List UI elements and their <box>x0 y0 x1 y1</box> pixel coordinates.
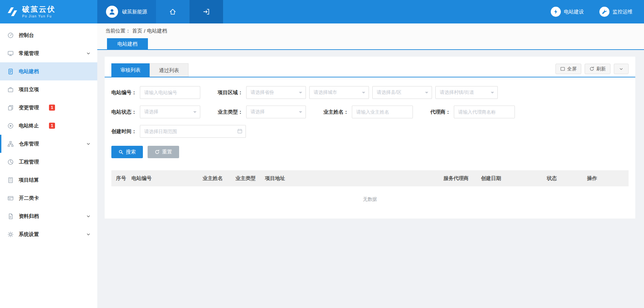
station-status-label: 电站状态： <box>111 109 137 115</box>
create-time-label: 创建时间： <box>111 128 137 135</box>
station-no-input[interactable] <box>140 86 200 99</box>
owner-type-select[interactable]: 请选择 <box>246 106 306 118</box>
caret-down-icon <box>299 92 302 95</box>
owner-type-value: 请选择 <box>251 109 265 115</box>
dashboard-icon <box>7 32 14 39</box>
home-icon <box>169 8 176 15</box>
province-select[interactable]: 请选择省份 <box>246 86 306 99</box>
sidebar-item-console[interactable]: 控制台 <box>0 26 97 44</box>
sidebar-item-label: 项目立项 <box>19 86 39 93</box>
owner-name-input[interactable] <box>352 106 413 118</box>
logout-button[interactable] <box>190 0 223 23</box>
sidebar-item-warehouse-management[interactable]: 仓库管理 <box>0 135 97 153</box>
topbar: 当前位置： 首页 / 电站建档 电站建档 <box>97 23 644 50</box>
breadcrumb-separator: / <box>144 28 145 34</box>
copy-icon <box>7 105 14 111</box>
sidebar-item-project-initiation[interactable]: 项目立项 <box>0 80 97 99</box>
chevron-down-icon <box>619 67 624 71</box>
tab-review-list[interactable]: 审核列表 <box>111 63 150 77</box>
chevron-down-icon <box>86 214 91 219</box>
nav-monitor-ops-label: 监控运维 <box>612 9 633 15</box>
breadcrumb-current: 电站建档 <box>147 28 167 34</box>
table-header-cell: 业主类型 <box>235 175 265 182</box>
avatar-icon <box>106 6 118 18</box>
station-status-value: 请选择 <box>144 109 158 115</box>
county-select-value: 请选择县/区 <box>377 89 401 96</box>
document-icon <box>7 68 14 75</box>
search-icon <box>118 149 123 155</box>
sidebar-item-data-archive[interactable]: 资料归档 <box>0 207 97 225</box>
region-label: 项目区域： <box>218 89 243 96</box>
county-select[interactable]: 请选择县/区 <box>372 86 432 99</box>
search-button[interactable]: 搜索 <box>111 146 143 158</box>
sidebar: 控制台 常规管理 电站建档 项目立项 <box>0 23 97 308</box>
table-header-cell: 项目地址 <box>265 175 443 182</box>
content-panel: 审核列表 通过列表 全屏 <box>105 57 635 219</box>
pie-icon <box>7 159 14 165</box>
agent-label: 代理商： <box>430 109 450 115</box>
home-button[interactable] <box>156 0 190 23</box>
breadcrumb-home[interactable]: 首页 <box>132 28 142 34</box>
gear-icon <box>7 231 14 238</box>
calculator-icon <box>7 177 14 183</box>
agent-input[interactable] <box>454 106 515 118</box>
refresh-label: 刷新 <box>596 66 606 72</box>
user-menu[interactable]: 破茧新能源 <box>97 0 156 23</box>
change-management-badge: 1 <box>49 105 55 111</box>
logout-icon <box>203 8 210 15</box>
sidebar-item-system-settings[interactable]: 系统设置 <box>0 225 97 243</box>
main-content: 当前位置： 首页 / 电站建档 电站建档 审核列表 通过列表 <box>97 23 644 308</box>
province-select-value: 请选择省份 <box>251 89 274 96</box>
sidebar-item-label: 控制台 <box>19 32 34 39</box>
stop-icon <box>7 123 14 129</box>
sidebar-item-label: 资料归档 <box>19 213 39 220</box>
sidebar-item-station-archive[interactable]: 电站建档 <box>0 62 97 80</box>
logo-subtitle: Po Jian Yun Fu <box>22 14 56 18</box>
sidebar-item-station-termination[interactable]: 电站终止 1 <box>0 117 97 135</box>
table-header-row: 序号 电站编号 业主姓名 业主类型 项目地址 服务代理商 创建日期 状态 操作 <box>111 170 629 186</box>
date-range-input[interactable] <box>140 125 246 138</box>
fullscreen-button[interactable]: 全屏 <box>555 64 581 74</box>
nav-monitor-ops[interactable]: 监控运维 <box>599 7 633 17</box>
sidebar-item-label: 项目结算 <box>19 177 39 183</box>
brand-logo[interactable]: 破茧云伏 Po Jian Yun Fu <box>0 0 97 23</box>
city-select[interactable]: 请选择城市 <box>309 86 369 99</box>
fullscreen-label: 全屏 <box>567 66 577 72</box>
panel-tabs: 审核列表 通过列表 <box>111 63 189 77</box>
chevron-down-icon <box>86 142 91 146</box>
refresh-icon <box>589 66 594 71</box>
tab-passed-list[interactable]: 通过列表 <box>150 63 189 77</box>
station-termination-badge: 1 <box>49 123 55 129</box>
station-status-select[interactable]: 请选择 <box>140 106 200 118</box>
sidebar-item-label: 变更管理 <box>19 105 39 111</box>
caret-down-icon <box>362 92 365 95</box>
card-icon <box>7 195 14 201</box>
page-tab-station-archive[interactable]: 电站建档 <box>107 38 148 49</box>
breadcrumb-prefix: 当前位置： <box>105 28 130 34</box>
sidebar-item-project-settlement[interactable]: 项目结算 <box>0 171 97 189</box>
sidebar-item-type2-card[interactable]: 开二类卡 <box>0 189 97 207</box>
archive-icon <box>7 213 14 220</box>
reset-button[interactable]: 重置 <box>148 146 179 158</box>
sitemap-icon <box>7 141 14 147</box>
monitor-icon <box>7 50 14 57</box>
fullscreen-icon <box>560 66 565 71</box>
city-select-value: 请选择城市 <box>314 89 337 96</box>
station-no-label: 电站编号： <box>111 89 137 96</box>
caret-down-icon <box>193 111 197 115</box>
sidebar-item-engineering-management[interactable]: 工程管理 <box>0 153 97 171</box>
collapse-filters-button[interactable] <box>614 64 629 74</box>
chevron-down-icon <box>86 51 91 56</box>
nav-station-build[interactable]: 电站建设 <box>551 7 584 17</box>
sidebar-item-general-management[interactable]: 常规管理 <box>0 44 97 62</box>
sidebar-item-change-management[interactable]: 变更管理 1 <box>0 99 97 117</box>
top-header: 破茧云伏 Po Jian Yun Fu 破茧新能源 <box>0 0 644 23</box>
refresh-button[interactable]: 刷新 <box>585 64 610 74</box>
town-select[interactable]: 请选择村镇/街道 <box>435 86 498 99</box>
nav-station-build-label: 电站建设 <box>564 9 584 15</box>
sidebar-item-label: 电站建档 <box>19 68 39 75</box>
table-header-cell: 电站编号 <box>131 175 203 182</box>
table-header-cell: 序号 <box>116 175 131 182</box>
table-header-cell: 状态 <box>547 175 587 182</box>
company-name: 破茧新能源 <box>122 9 147 15</box>
